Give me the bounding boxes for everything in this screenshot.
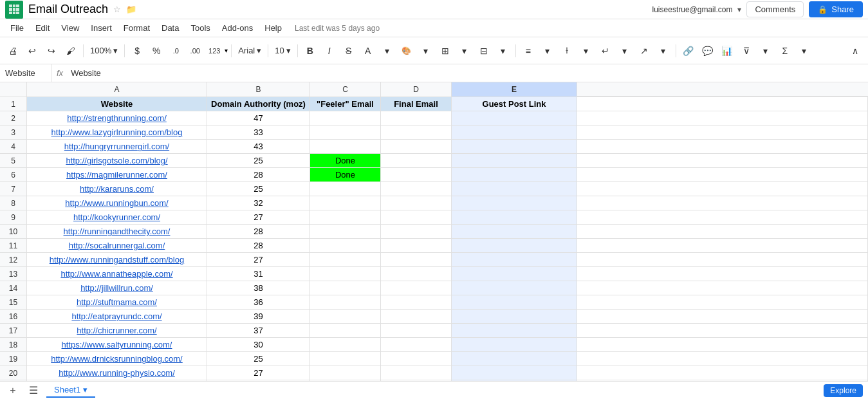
cell-gpl[interactable] xyxy=(452,310,577,324)
menu-tools[interactable]: Tools xyxy=(185,21,215,35)
align-button[interactable]: ≡ xyxy=(519,42,537,60)
cell-da[interactable]: 38 xyxy=(207,281,310,295)
cell-final[interactable] xyxy=(381,196,452,210)
menu-format[interactable]: Format xyxy=(118,21,155,35)
cell-da[interactable]: 36 xyxy=(207,295,310,310)
cell-website[interactable]: http://runningandthecity.com/ xyxy=(27,225,207,239)
cell-feeler[interactable] xyxy=(310,111,381,125)
cell-final[interactable] xyxy=(381,352,452,366)
cell-website[interactable]: http://chicrunner.com/ xyxy=(27,324,207,338)
cell-da[interactable]: 28 xyxy=(207,225,310,239)
align-arrow[interactable]: ▾ xyxy=(539,42,557,60)
cell-final[interactable] xyxy=(381,111,452,125)
paint-format-button[interactable]: 🖌 xyxy=(62,42,80,60)
cell-website[interactable]: http://jillwillrun.com/ xyxy=(27,281,207,295)
star-icon[interactable]: ☆ xyxy=(113,5,121,14)
cell-website[interactable]: http://hungryrrunnergirl.com/ xyxy=(27,140,207,154)
cell-feeler[interactable] xyxy=(310,225,381,239)
font-select[interactable]: Arial ▾ xyxy=(235,44,264,57)
cell-final[interactable] xyxy=(381,125,452,140)
cell-gpl[interactable] xyxy=(452,366,577,380)
collapse-toolbar-button[interactable]: ∧ xyxy=(846,42,864,60)
cell-final[interactable] xyxy=(381,324,452,338)
borders-arrow[interactable]: ▾ xyxy=(456,42,474,60)
cell-da[interactable]: 30 xyxy=(207,338,310,352)
merge-button[interactable]: ⊟ xyxy=(475,42,493,60)
cell-da[interactable]: 39 xyxy=(207,310,310,324)
cell-feeler[interactable]: Done xyxy=(310,154,381,168)
cell-da[interactable]: 31 xyxy=(207,267,310,281)
cell-da[interactable]: 33 xyxy=(207,125,310,140)
decimal-less-button[interactable]: .0 xyxy=(167,42,185,60)
cell-gpl[interactable] xyxy=(452,196,577,210)
filter-button[interactable]: ⊽ xyxy=(737,42,755,60)
wrap-arrow[interactable]: ▾ xyxy=(616,42,634,60)
cell-final[interactable] xyxy=(381,140,452,154)
cell-website[interactable]: http://eatprayrundc.com/ xyxy=(27,310,207,324)
menu-help[interactable]: Help xyxy=(259,21,287,35)
redo-button[interactable]: ↪ xyxy=(42,42,60,60)
cell-final[interactable] xyxy=(381,366,452,380)
sheet-tab[interactable]: Sheet1 ▾ xyxy=(46,383,95,394)
cell-da[interactable]: 27 xyxy=(207,253,310,267)
cell-feeler[interactable] xyxy=(310,239,381,253)
col-header-b[interactable]: B xyxy=(207,82,310,97)
number-format-arrow[interactable]: ▾ xyxy=(225,47,228,54)
cell-final[interactable] xyxy=(381,310,452,324)
cell-feeler[interactable] xyxy=(310,338,381,352)
cell-feeler[interactable] xyxy=(310,366,381,380)
cell-website[interactable]: https://www.saltyrunning.com/ xyxy=(27,338,207,352)
cell-website[interactable]: http://socalrunnergal.com/ xyxy=(27,239,207,253)
cell-final[interactable] xyxy=(381,267,452,281)
cell-reference[interactable]: Website xyxy=(0,64,51,82)
folder-icon[interactable]: 📁 xyxy=(126,5,136,14)
explore-button[interactable]: Explore xyxy=(824,384,863,395)
cell-gpl[interactable] xyxy=(452,295,577,310)
header-website[interactable]: Website xyxy=(27,97,207,111)
cell-feeler[interactable]: Done xyxy=(310,168,381,182)
merge-arrow[interactable]: ▾ xyxy=(494,42,512,60)
cell-final[interactable] xyxy=(381,210,452,225)
cell-feeler[interactable] xyxy=(310,210,381,225)
cell-website[interactable]: http://girlsgotsole.com/blog/ xyxy=(27,154,207,168)
cell-website[interactable]: http://www.lazygirlrunning.com/blog xyxy=(27,125,207,140)
cell-gpl[interactable] xyxy=(452,352,577,366)
cell-final[interactable] xyxy=(381,338,452,352)
cell-feeler[interactable] xyxy=(310,352,381,366)
cell-final[interactable] xyxy=(381,253,452,267)
cell-gpl[interactable] xyxy=(452,140,577,154)
strikethrough-button[interactable]: S xyxy=(340,42,358,60)
cell-feeler[interactable] xyxy=(310,324,381,338)
text-color-button[interactable]: A xyxy=(359,42,377,60)
cell-feeler[interactable] xyxy=(310,140,381,154)
cell-final[interactable] xyxy=(381,281,452,295)
cell-final[interactable] xyxy=(381,239,452,253)
menu-file[interactable]: File xyxy=(5,21,29,35)
col-header-e[interactable]: E xyxy=(452,82,577,97)
cell-gpl[interactable] xyxy=(452,154,577,168)
cell-da[interactable]: 25 xyxy=(207,352,310,366)
add-sheet-button[interactable]: + xyxy=(5,383,21,395)
share-button[interactable]: 🔒 Share xyxy=(809,1,863,17)
cell-feeler[interactable] xyxy=(310,182,381,196)
cell-gpl[interactable] xyxy=(452,267,577,281)
cell-da[interactable]: 32 xyxy=(207,196,310,210)
rotate-button[interactable]: ↗ xyxy=(635,42,653,60)
menu-insert[interactable]: Insert xyxy=(86,21,117,35)
menu-edit[interactable]: Edit xyxy=(30,21,55,35)
cell-da[interactable]: 37 xyxy=(207,324,310,338)
cell-gpl[interactable] xyxy=(452,338,577,352)
cell-website[interactable]: http://www.drnicksrunningblog.com/ xyxy=(27,352,207,366)
cell-feeler[interactable] xyxy=(310,281,381,295)
cell-da[interactable]: 25 xyxy=(207,182,310,196)
cell-final[interactable] xyxy=(381,182,452,196)
bold-button[interactable]: B xyxy=(301,42,319,60)
cell-website[interactable]: http://www.runningbun.com/ xyxy=(27,196,207,210)
header-da[interactable]: Domain Authority (moz) xyxy=(207,97,310,111)
cell-final[interactable] xyxy=(381,225,452,239)
cell-final[interactable] xyxy=(381,154,452,168)
italic-button[interactable]: I xyxy=(320,42,338,60)
font-size-select[interactable]: 10 ▾ xyxy=(272,44,293,57)
cell-website[interactable]: http://www.running-physio.com/ xyxy=(27,366,207,380)
print-button[interactable]: 🖨 xyxy=(4,42,22,60)
